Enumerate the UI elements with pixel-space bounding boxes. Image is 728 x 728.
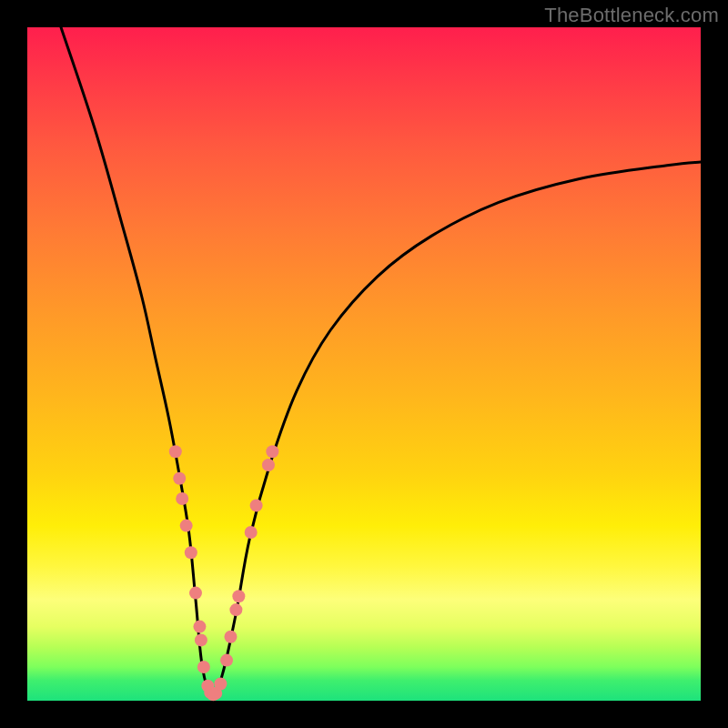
watermark-text: TheBottleneck.com: [544, 4, 719, 27]
sample-dot: [245, 526, 258, 539]
sample-dot: [176, 492, 188, 505]
sample-dot: [189, 587, 202, 600]
sample-dot: [250, 499, 263, 511]
sample-dot: [173, 472, 186, 485]
sample-dot: [220, 654, 233, 667]
sample-dot: [262, 459, 275, 471]
bottleneck-curve: [61, 27, 701, 697]
sample-dot: [195, 633, 207, 646]
sample-dot: [180, 520, 193, 532]
chart-frame: TheBottleneck.com: [0, 0, 728, 728]
plot-area: [27, 27, 701, 701]
sample-dot: [266, 445, 278, 458]
sample-dot: [197, 661, 210, 673]
chart-svg: [27, 27, 701, 701]
sample-dot: [185, 546, 197, 559]
sample-dot: [169, 445, 182, 458]
sample-dot: [214, 678, 227, 691]
sample-dot: [224, 631, 237, 643]
sample-dot: [232, 590, 245, 602]
curve-layer: [61, 27, 701, 697]
sample-dot: [229, 603, 242, 616]
sample-dot: [193, 621, 206, 633]
dots-layer: [169, 445, 279, 701]
